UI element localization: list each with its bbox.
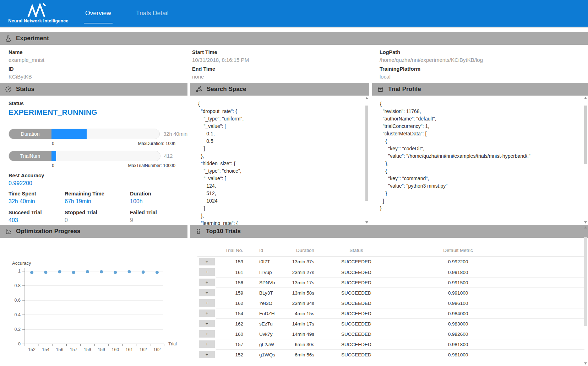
scroll-up-icon[interactable] bbox=[584, 97, 587, 99]
cell-id: sEzTu bbox=[245, 318, 286, 329]
top10-scrollbar[interactable] bbox=[583, 226, 588, 365]
bottom-row: Optimization Progress Accuracy00.20.40.6… bbox=[0, 225, 588, 366]
chart-el: 154 bbox=[42, 347, 49, 352]
stat-label: Succeed Trial bbox=[9, 210, 65, 215]
chart-el: 162 bbox=[140, 347, 147, 352]
stat: Duration100h bbox=[130, 191, 187, 205]
chart-el: Trial bbox=[168, 341, 177, 346]
progress-track: Duration bbox=[9, 129, 160, 139]
status-panel: Status Status EXPERIMENT_RUNNING Duratio… bbox=[0, 83, 187, 225]
chart-el: 159 bbox=[98, 347, 105, 352]
cell-spacer bbox=[520, 257, 584, 267]
expand-row-button[interactable]: + bbox=[199, 351, 215, 358]
col-expander bbox=[197, 246, 216, 257]
cell-trial-no: 156 bbox=[216, 277, 245, 287]
scroll-up-icon[interactable] bbox=[365, 97, 368, 99]
progress-min-label: 0 bbox=[52, 163, 54, 168]
status-divider bbox=[9, 122, 179, 122]
trial-profile-scrollbar[interactable] bbox=[583, 97, 588, 224]
expand-row-button[interactable]: + bbox=[199, 258, 215, 265]
data-point bbox=[58, 270, 61, 273]
chart-el: 161 bbox=[126, 347, 133, 352]
cell-duration: 6min 30s bbox=[286, 339, 316, 349]
chart-el: 0.2 bbox=[15, 327, 21, 332]
cell-duration: 6min 56s bbox=[286, 349, 316, 360]
scroll-down-icon[interactable] bbox=[365, 221, 368, 224]
expand-row-button[interactable]: + bbox=[199, 330, 215, 338]
cell-spacer bbox=[520, 287, 584, 298]
expand-row-button[interactable]: + bbox=[199, 320, 215, 327]
experiment-status-value: EXPERIMENT_RUNNING bbox=[9, 108, 187, 117]
scroll-up-icon[interactable] bbox=[584, 226, 587, 228]
tab-trials-detail[interactable]: Trials Detail bbox=[135, 0, 170, 27]
chart-el: 0.8 bbox=[15, 283, 21, 288]
cell-trial-no: 154 bbox=[216, 308, 245, 318]
cell-default-metric: 0.991000 bbox=[396, 287, 520, 298]
cell-default-metric: 0.991800 bbox=[396, 267, 520, 277]
chart-el: 0 bbox=[18, 341, 21, 346]
cell-spacer bbox=[520, 318, 584, 329]
expander-cell: + bbox=[197, 267, 216, 277]
progress-fill bbox=[51, 151, 56, 161]
expand-row-button[interactable]: + bbox=[199, 279, 215, 286]
field-value: 10/31/2018, 8:16:15 PM bbox=[192, 57, 380, 63]
cell-status: SUCCEEDED bbox=[316, 277, 396, 287]
search-space-body[interactable]: { "dropout_rate": { "_type": "uniform", … bbox=[190, 96, 369, 225]
expander-cell: + bbox=[197, 308, 216, 318]
progress-remaining bbox=[51, 129, 159, 139]
trial-profile-body[interactable]: { "revision": 11768, "authorName": "defa… bbox=[372, 96, 588, 225]
cell-spacer bbox=[520, 329, 584, 339]
cell-id: ITVup bbox=[245, 267, 286, 277]
table-row: +162sEzTu14min 17sSUCCEEDED0.983000 bbox=[197, 318, 584, 329]
gauge-icon bbox=[5, 86, 12, 93]
data-point bbox=[128, 270, 131, 273]
chart-el: 0.6 bbox=[15, 298, 21, 303]
cell-trial-no: 160 bbox=[216, 329, 245, 339]
trial-profile-header: Trial Profile bbox=[372, 83, 588, 96]
table-row: +160Uvk7y14min 49sSUCCEEDED0.982600 bbox=[197, 329, 584, 339]
nni-logo-icon bbox=[25, 3, 52, 17]
data-point bbox=[100, 270, 103, 273]
cell-trial-no: 162 bbox=[216, 298, 245, 308]
cell-id: g1WQs bbox=[245, 349, 286, 360]
nav-tabs: Overview Trials Detail bbox=[84, 0, 170, 27]
top10-panel: Top10 Trials Trial No.IdDurationStatusDe… bbox=[190, 225, 588, 366]
status-body: Status EXPERIMENT_RUNNING Duration32h 40… bbox=[0, 96, 187, 225]
scroll-thumb[interactable] bbox=[584, 106, 587, 164]
cell-spacer bbox=[520, 298, 584, 308]
cell-status: SUCCEEDED bbox=[316, 267, 396, 277]
status-header: Status bbox=[0, 83, 187, 96]
progress-label: Duration bbox=[9, 129, 51, 139]
flask-icon bbox=[5, 35, 12, 42]
cell-default-metric: 0.991500 bbox=[396, 277, 520, 287]
search-space-scrollbar[interactable] bbox=[365, 97, 369, 224]
progress-max-label: MaxDuration: 100h bbox=[138, 141, 175, 146]
cell-status: SUCCEEDED bbox=[316, 339, 396, 349]
cell-spacer bbox=[520, 339, 584, 349]
optimization-header: Optimization Progress bbox=[0, 225, 187, 238]
scroll-down-icon[interactable] bbox=[584, 221, 587, 224]
cell-duration: 4min 15s bbox=[286, 308, 316, 318]
expand-row-button[interactable]: + bbox=[199, 289, 215, 296]
cell-id: SPNVb bbox=[245, 277, 286, 287]
cell-default-metric: 0.981000 bbox=[396, 349, 520, 360]
best-accuracy-label: Best Accuracy bbox=[9, 173, 187, 178]
chart-el: Accuracy bbox=[12, 260, 31, 266]
scroll-down-icon[interactable] bbox=[584, 362, 587, 365]
expand-row-button[interactable]: + bbox=[199, 340, 215, 348]
progress-sublabels: 0MaxTrialNumber: 10000 bbox=[9, 163, 175, 168]
cell-trial-no: 159 bbox=[216, 257, 245, 267]
cell-default-metric: 0.986100 bbox=[396, 298, 520, 308]
scroll-thumb[interactable] bbox=[584, 237, 587, 326]
cell-default-metric: 0.984000 bbox=[396, 308, 520, 318]
stat-value: 9 bbox=[130, 217, 187, 224]
status-field-label: Status bbox=[9, 101, 187, 106]
tab-overview-label: Overview bbox=[85, 10, 111, 17]
tab-overview[interactable]: Overview bbox=[84, 0, 113, 27]
progress-bar: Duration32h 40min bbox=[9, 129, 187, 139]
table-row: +159t0I7T13min 37sSUCCEEDED0.992200 bbox=[197, 257, 584, 267]
expand-row-button[interactable]: + bbox=[199, 299, 215, 307]
expand-row-button[interactable]: + bbox=[199, 310, 215, 317]
scroll-thumb[interactable] bbox=[365, 106, 368, 201]
expand-row-button[interactable]: + bbox=[199, 268, 215, 276]
